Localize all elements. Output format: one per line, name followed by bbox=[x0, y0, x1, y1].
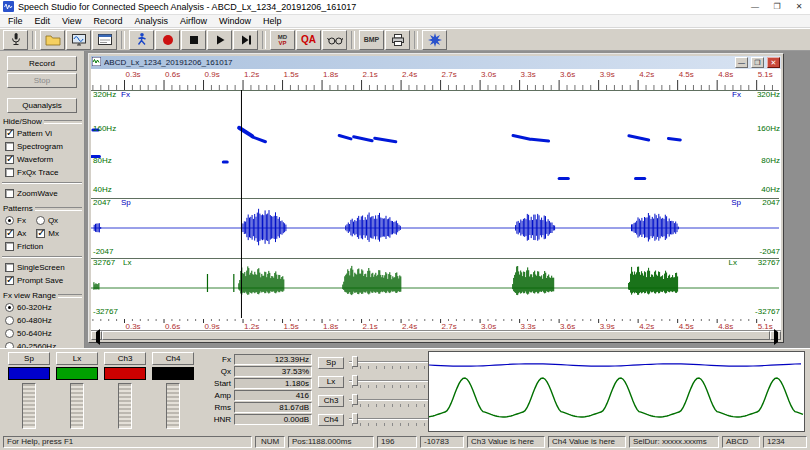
document-titlebar[interactable]: ABCD_Lx_1234_20191206_161017 — ❐ ✕ bbox=[91, 56, 781, 69]
left-triangle-icon bbox=[93, 329, 100, 345]
ch4-gain-slider[interactable] bbox=[166, 383, 180, 429]
quanalysis-button[interactable]: Quanalysis bbox=[7, 98, 77, 113]
qx-radio[interactable] bbox=[36, 216, 45, 225]
microphone-icon bbox=[8, 32, 24, 47]
lx-gain-slider[interactable] bbox=[70, 383, 84, 429]
printer-icon bbox=[390, 33, 406, 47]
fx-qx-radio-row[interactable]: Fx Qx bbox=[0, 214, 84, 227]
stop-button[interactable] bbox=[181, 30, 206, 50]
fx-scale-40-right: 40Hz bbox=[761, 186, 780, 194]
ch4-slider-thumb[interactable] bbox=[352, 413, 358, 424]
ch3-slider-thumb[interactable] bbox=[352, 394, 358, 405]
single-screen-checkbox[interactable]: SingleScreen bbox=[0, 261, 84, 274]
menu-airflow[interactable]: Airflow bbox=[174, 15, 213, 28]
rms-readout-label: Rms bbox=[200, 403, 234, 412]
ch3-slider-button[interactable]: Ch3 bbox=[318, 395, 344, 407]
sp-slider-thumb[interactable] bbox=[352, 356, 358, 367]
record-side-button[interactable]: Record bbox=[7, 56, 77, 71]
main-area: Record Stop Quanalysis Hide/Show Pattern… bbox=[0, 51, 810, 348]
lx-panel[interactable]: 32767 Lx Lx 32767 -32767 -32767 bbox=[91, 258, 781, 318]
sp-color-swatch bbox=[8, 367, 50, 380]
checkbox-label: ZoomWave bbox=[17, 189, 58, 198]
fx-radio[interactable] bbox=[5, 216, 14, 225]
fxqx-trace-checkbox[interactable]: FxQx Trace bbox=[0, 166, 84, 179]
menu-view[interactable]: View bbox=[56, 15, 87, 28]
lx-slider-button[interactable]: Lx bbox=[318, 376, 344, 388]
sp-channel-column: Sp bbox=[8, 352, 50, 429]
time-ruler-bottom: 0.3s0.6s0.9s1.2s1.5s1.8s2.1s2.4s2.7s3.0s… bbox=[91, 318, 781, 330]
menu-window[interactable]: Window bbox=[213, 15, 257, 28]
ch4-channel-button[interactable]: Ch4 bbox=[152, 352, 194, 365]
window-titlebar: Speech Studio for Connected Speech Analy… bbox=[0, 0, 810, 15]
play-button[interactable] bbox=[207, 30, 232, 50]
microphone-setup-button[interactable] bbox=[3, 30, 28, 50]
waveform-checkbox[interactable]: Waveform bbox=[0, 153, 84, 166]
print-button[interactable] bbox=[385, 30, 410, 50]
horizontal-scrollbar[interactable] bbox=[91, 330, 781, 340]
menu-record[interactable]: Record bbox=[87, 15, 128, 28]
checkbox-box bbox=[5, 129, 14, 138]
sp-slider[interactable] bbox=[349, 356, 429, 369]
walking-person-icon bbox=[134, 32, 150, 47]
ch4-slider-button[interactable]: Ch4 bbox=[318, 414, 344, 426]
zoomwave-checkbox[interactable]: ZoomWave bbox=[0, 187, 84, 200]
sp-panel[interactable]: 2047 Sp Sp 2047 -2047 -2047 bbox=[91, 198, 781, 258]
svg-text:1.2s: 1.2s bbox=[244, 322, 259, 330]
window-layout-button[interactable] bbox=[92, 30, 117, 50]
lx-slider-thumb[interactable] bbox=[352, 375, 358, 386]
pattern-view-checkbox[interactable]: Pattern Vi bbox=[0, 127, 84, 140]
range-50-640-radio[interactable]: 50-640Hz bbox=[0, 327, 84, 340]
ch3-channel-button[interactable]: Ch3 bbox=[104, 352, 146, 365]
open-file-button[interactable] bbox=[40, 30, 65, 50]
ch3-gain-slider[interactable] bbox=[118, 383, 132, 429]
record-button[interactable] bbox=[155, 30, 180, 50]
scroll-left-arrow[interactable] bbox=[91, 331, 102, 340]
lx-slider[interactable] bbox=[349, 375, 429, 388]
patterns-group-label: Patterns bbox=[3, 204, 82, 213]
ch4-channel-column: Ch4 bbox=[152, 352, 194, 429]
sp-gain-slider[interactable] bbox=[22, 383, 36, 429]
lx-channel-button[interactable]: Lx bbox=[56, 352, 98, 365]
range-60-480-radio[interactable]: 60-480Hz bbox=[0, 314, 84, 327]
settings-button[interactable] bbox=[422, 30, 447, 50]
bmp-export-button[interactable]: BMP bbox=[359, 30, 384, 50]
display-analysis-button[interactable] bbox=[66, 30, 91, 50]
menu-analysis[interactable]: Analysis bbox=[128, 15, 174, 28]
svg-text:3.0s: 3.0s bbox=[481, 70, 496, 79]
menu-help[interactable]: Help bbox=[257, 15, 288, 28]
close-button[interactable]: ✕ bbox=[788, 0, 810, 15]
view-inspect-button[interactable] bbox=[322, 30, 347, 50]
mx-checkbox-label: Mx bbox=[48, 229, 59, 238]
doc-minimize-button[interactable]: — bbox=[735, 57, 748, 68]
doc-maximize-button[interactable]: ❐ bbox=[751, 57, 764, 68]
minimize-button[interactable]: — bbox=[744, 0, 766, 15]
ax-mx-checkbox-row[interactable]: Ax Mx bbox=[0, 227, 84, 240]
range-60-320-radio[interactable]: 60-320Hz bbox=[0, 301, 84, 314]
sp-slider-button[interactable]: Sp bbox=[318, 357, 344, 369]
scrollbar-thumb[interactable] bbox=[102, 331, 770, 340]
menu-edit[interactable]: Edit bbox=[29, 15, 57, 28]
svg-text:0.3s: 0.3s bbox=[126, 70, 141, 79]
prompt-save-checkbox[interactable]: Prompt Save bbox=[0, 274, 84, 287]
checkbox-label: Spectrogram bbox=[17, 142, 63, 151]
sp-channel-button[interactable]: Sp bbox=[8, 352, 50, 365]
stop-side-button[interactable]: Stop bbox=[7, 73, 77, 88]
scroll-right-arrow[interactable] bbox=[770, 331, 781, 340]
svg-text:1.8s: 1.8s bbox=[323, 322, 338, 330]
friction-checkbox[interactable]: Friction bbox=[0, 240, 84, 253]
speech-prompt-button[interactable] bbox=[129, 30, 154, 50]
spectrogram-checkbox[interactable]: Spectrogram bbox=[0, 140, 84, 153]
mdvp-button[interactable]: MDVP bbox=[270, 30, 295, 50]
fx-panel[interactable]: 320Hz Fx 160Hz 80Hz 40Hz Fx 320Hz 160Hz … bbox=[91, 90, 781, 198]
svg-text:3.3s: 3.3s bbox=[521, 322, 536, 330]
mx-checkbox[interactable] bbox=[36, 229, 45, 238]
play-icon bbox=[212, 33, 228, 47]
ax-checkbox[interactable] bbox=[5, 229, 14, 238]
ch4-slider[interactable] bbox=[349, 413, 429, 426]
doc-close-button[interactable]: ✕ bbox=[767, 57, 780, 68]
qa-button[interactable]: QA bbox=[296, 30, 321, 50]
play-to-end-button[interactable] bbox=[233, 30, 258, 50]
menu-file[interactable]: File bbox=[2, 15, 29, 28]
maximize-button[interactable]: ❐ bbox=[766, 0, 788, 15]
ch3-slider[interactable] bbox=[349, 394, 429, 407]
